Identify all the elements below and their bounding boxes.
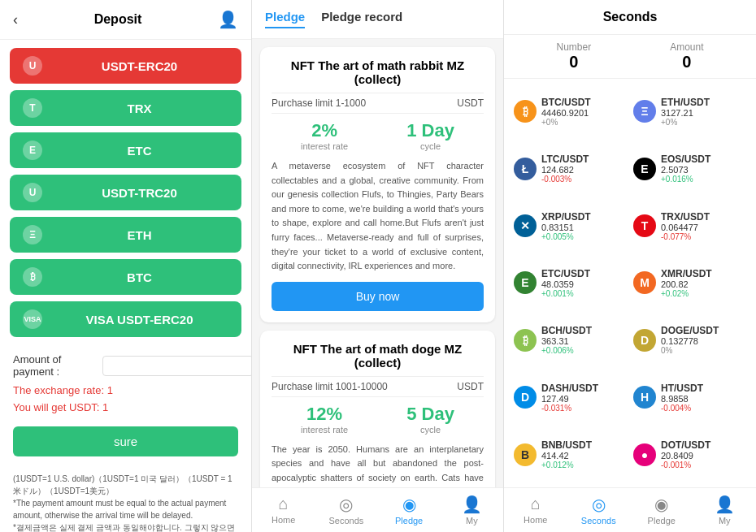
crypto-item-dot-usdt[interactable]: ● DOT/USDT 20.8409 -0.001% (633, 429, 746, 481)
crypto-item-ht-usdt[interactable]: H HT/USDT 8.9858 -0.004% (633, 371, 746, 423)
crypto-price-7: 200.82 (661, 279, 712, 289)
crypto-info-1: ETH/USDT 3127.21 +0% (661, 97, 710, 127)
nav-pledge-label-right: Pledge (648, 516, 676, 526)
nav-my-label-middle: My (466, 516, 478, 526)
sure-button[interactable]: sure (13, 426, 238, 456)
amount-value: 0 (670, 53, 703, 71)
nav-home-middle[interactable]: ⌂ Home (252, 488, 315, 532)
tab-pledge[interactable]: Pledge (265, 10, 305, 28)
currency-btn-btc[interactable]: ₿ BTC (10, 259, 241, 295)
crypto-price-12: 414.42 (541, 451, 592, 461)
crypto-change-8: +0.006% (541, 346, 592, 355)
currency-btn-trx[interactable]: T TRX (10, 90, 241, 126)
crypto-item-btc-usdt[interactable]: ₿ BTC/USDT 44460.9201 +0% (514, 85, 627, 137)
tab-pledge-record[interactable]: Pledge record (321, 10, 402, 28)
crypto-item-trx-usdt[interactable]: T TRX/USDT 0.064477 -0.077% (633, 200, 746, 252)
purchase-limit-label-1: Purchase limit 1-1000 (272, 97, 366, 109)
crypto-grid: ₿ BTC/USDT 44460.9201 +0% Ξ ETH/USDT 312… (504, 79, 756, 487)
crypto-logo-0: ₿ (514, 100, 537, 123)
usdt-trc20-label: USDT-TRC20 (50, 186, 228, 200)
nav-seconds-right[interactable]: ◎ Seconds (567, 488, 631, 532)
nav-pledge-right[interactable]: ◉ Pledge (630, 488, 693, 532)
usdt-erc20-icon: U (23, 56, 42, 76)
crypto-info-10: DASH/USDT 127.49 -0.031% (541, 383, 598, 413)
crypto-info-5: TRX/USDT 0.064477 -0.077% (661, 211, 710, 241)
visa-label: VISA USDT-ERC20 (50, 313, 228, 327)
crypto-logo-6: E (514, 271, 537, 294)
crypto-pair-4: XRP/USDT (541, 211, 591, 223)
pledge-card-1-title: NFT The art of math rabbit MZ (collect) (272, 58, 484, 86)
currency-btn-etc[interactable]: E ETC (10, 132, 241, 168)
crypto-item-ltc-usdt[interactable]: Ł LTC/USDT 124.682 -0.003% (514, 142, 627, 194)
crypto-pair-3: EOS/USDT (661, 154, 710, 165)
currency-btn-usdt-trc20[interactable]: U USDT-TRC20 (10, 175, 241, 210)
crypto-price-0: 44460.9201 (541, 108, 591, 118)
seconds-icon-middle: ◎ (339, 495, 353, 514)
crypto-item-etc-usdt[interactable]: E ETC/USDT 48.0359 +0.001% (514, 257, 627, 309)
btc-label: BTC (50, 270, 228, 284)
right-bottom-nav: ⌂ Home ◎ Seconds ◉ Pledge 👤 My (504, 487, 756, 532)
crypto-item-doge-usdt[interactable]: D DOGE/USDT 0.132778 0% (633, 314, 746, 366)
crypto-item-bnb-usdt[interactable]: B BNB/USDT 414.42 +0.012% (514, 429, 627, 481)
crypto-logo-1: Ξ (633, 100, 656, 123)
crypto-logo-12: B (514, 443, 537, 466)
currency-btn-usdt-erc20[interactable]: U USDT-ERC20 (10, 48, 241, 84)
crypto-price-2: 124.682 (541, 165, 589, 175)
crypto-logo-7: M (633, 271, 656, 294)
crypto-price-9: 0.132778 (661, 336, 719, 346)
buy-btn-1[interactable]: Buy now (272, 282, 484, 311)
crypto-item-xrp-usdt[interactable]: ✕ XRP/USDT 0.83151 +0.005% (514, 200, 627, 252)
nav-seconds-middle[interactable]: ◎ Seconds (315, 488, 377, 532)
deposit-title: Deposit (94, 12, 142, 27)
interest-rate-1: 2% interest rate (301, 120, 348, 151)
crypto-logo-10: D (514, 386, 537, 409)
nav-my-middle[interactable]: 👤 My (441, 488, 503, 532)
nav-my-right[interactable]: 👤 My (693, 488, 757, 532)
currency-btn-eth[interactable]: Ξ ETH (10, 217, 241, 253)
pledge-panel: Pledge Pledge record NFT The art of math… (252, 0, 504, 532)
crypto-change-5: -0.077% (661, 232, 710, 241)
crypto-item-xmr-usdt[interactable]: M XMR/USDT 200.82 +0.02% (633, 257, 746, 309)
crypto-change-13: -0.001% (661, 461, 710, 469)
nav-my-label-right: My (719, 516, 731, 526)
my-icon-right: 👤 (715, 495, 735, 514)
pledge-desc-1: A metaverse ecosystem of NFT character c… (272, 159, 484, 274)
seconds-panel: Seconds Number 0 Amount 0 ₿ BTC/USDT 444… (504, 0, 756, 532)
nav-home-right[interactable]: ⌂ Home (504, 488, 567, 532)
number-stat: Number 0 (556, 41, 591, 71)
seconds-stats: Number 0 Amount 0 (504, 35, 756, 79)
crypto-item-bch-usdt[interactable]: ₿ BCH/USDT 363.31 +0.006% (514, 314, 627, 366)
crypto-item-eth-usdt[interactable]: Ξ ETH/USDT 3127.21 +0% (633, 85, 746, 137)
crypto-info-0: BTC/USDT 44460.9201 +0% (541, 97, 591, 127)
user-icon[interactable]: 👤 (218, 10, 238, 29)
crypto-item-eos-usdt[interactable]: E EOS/USDT 2.5073 +0.016% (633, 142, 746, 194)
nav-pledge-middle[interactable]: ◉ Pledge (378, 488, 441, 532)
crypto-change-1: +0% (661, 118, 710, 127)
crypto-pair-0: BTC/USDT (541, 97, 591, 108)
nav-seconds-label-right: Seconds (581, 516, 616, 526)
deposit-panel: ‹ Deposit 👤 U USDT-ERC20 T TRX E ETC U U… (0, 0, 252, 532)
amount-row: Amount of payment : (13, 353, 238, 378)
crypto-info-7: XMR/USDT 200.82 +0.02% (661, 268, 712, 298)
crypto-logo-2: Ł (514, 158, 537, 180)
crypto-pair-9: DOGE/USDT (661, 325, 719, 336)
pledge-card-2-title: NFT The art of math doge MZ (collect) (272, 342, 484, 370)
crypto-change-10: -0.031% (541, 404, 598, 413)
crypto-pair-7: XMR/USDT (661, 268, 712, 279)
pledge-icon-right: ◉ (654, 495, 668, 514)
currency-btn-visa[interactable]: VISA VISA USDT-ERC20 (10, 301, 241, 337)
seconds-header: Seconds (504, 0, 756, 35)
purchase-limit-row-2: Purchase limit 1001-10000 USDT (272, 376, 484, 397)
crypto-logo-3: E (633, 158, 656, 180)
trx-label: TRX (50, 102, 228, 115)
crypto-info-13: DOT/USDT 20.8409 -0.001% (661, 439, 710, 469)
disclaimer-text: (1USDT=1 U.S. dollar)（1USDT=1 미국 달러）（1US… (0, 473, 251, 532)
pledge-card-doge: NFT The art of math doge MZ (collect) Pu… (260, 331, 495, 487)
crypto-change-2: -0.003% (541, 175, 589, 184)
back-button[interactable]: ‹ (13, 11, 18, 28)
amount-input[interactable] (102, 356, 252, 376)
amount-label: Amount (670, 41, 703, 53)
nav-home-label-middle: Home (272, 515, 295, 525)
crypto-info-8: BCH/USDT 363.31 +0.006% (541, 325, 592, 355)
crypto-item-dash-usdt[interactable]: D DASH/USDT 127.49 -0.031% (514, 371, 627, 423)
